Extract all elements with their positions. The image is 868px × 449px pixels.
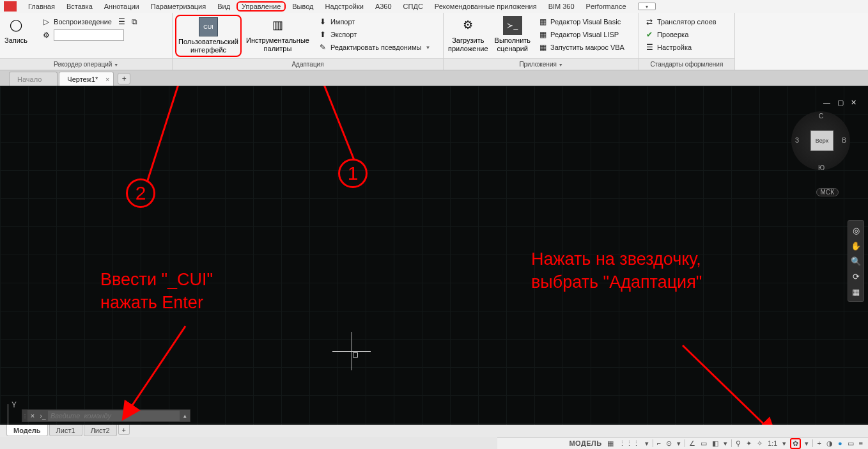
arrow-to-command-line (121, 322, 198, 418)
command-input[interactable] (48, 411, 180, 421)
panel-applications: ⚙ Загрузить приложение ≻_ Выполнить сцен… (444, 13, 639, 70)
status-osnap-icon[interactable]: ∠ (688, 439, 697, 448)
menu-performance[interactable]: Performance (581, 1, 632, 12)
menu-spds[interactable]: СПДС (398, 1, 428, 12)
nav-zoom-icon[interactable]: 🔍 (850, 255, 862, 267)
ribbon-state-dropdown[interactable]: ▾ (638, 3, 656, 10)
menu-recommended[interactable]: Рекомендованные приложения (430, 1, 542, 12)
nav-pan-icon[interactable]: ✋ (850, 240, 862, 251)
menu-insert[interactable]: Вставка (61, 1, 98, 12)
configure-standards-button[interactable]: ☰ Настройка (642, 42, 719, 53)
panel-title-applications[interactable]: Приложения ▼ (444, 58, 639, 70)
status-polar-icon[interactable]: ⊙ (665, 439, 673, 448)
close-tab-icon[interactable]: × (105, 75, 109, 83)
macro-name-input[interactable] (54, 29, 124, 41)
run-script-icon: ≻_ (503, 16, 522, 35)
load-app-button[interactable]: ⚙ Загрузить приложение (446, 15, 490, 54)
rec-options-icon[interactable]: ☰ (117, 17, 127, 27)
add-layout-button[interactable]: + (118, 425, 130, 435)
menu-output[interactable]: Вывод (287, 1, 318, 12)
play-button[interactable]: ▷ Воспроизведение ☰ ⧉ (38, 16, 143, 28)
cmd-close-icon[interactable]: × (27, 412, 38, 420)
ucs-tag[interactable]: МСК (816, 188, 839, 196)
status-grid-icon[interactable]: ▦ (606, 439, 615, 448)
viewcube-north[interactable]: С (819, 113, 823, 120)
status-dropdown-1[interactable]: ▾ (644, 439, 650, 448)
menu-a360[interactable]: A360 (370, 1, 397, 12)
cmd-recent-dropdown[interactable]: ▴ (180, 413, 190, 419)
menu-bim360[interactable]: BIM 360 (543, 1, 580, 12)
viewcube-east[interactable]: В (842, 137, 846, 144)
viewcube-west[interactable]: З (795, 137, 799, 144)
import-button[interactable]: ⬇ Импорт (315, 16, 433, 28)
status-cleanscreen-icon[interactable]: ● (837, 439, 844, 447)
vlisp-editor-button[interactable]: ▦ Редактор Visual LISP (535, 29, 627, 40)
new-tab-button[interactable]: + (118, 73, 130, 84)
status-customize-gear[interactable]: ✿ (790, 438, 801, 449)
record-button[interactable]: ◯ Запись (3, 15, 29, 46)
drawing-canvas[interactable]: — ▢ ✕ Верх С Ю З В МСК ◎ ✋ 🔍 ⟳ ▦ Y ⋮ × ›… (0, 86, 868, 425)
rec-prefs-icon[interactable]: ⚙ (41, 30, 51, 40)
command-line[interactable]: ⋮ × ›_ ▴ (22, 409, 190, 422)
menu-home[interactable]: Главная (23, 1, 60, 12)
viewcube[interactable]: Верх С Ю З В (791, 111, 850, 170)
status-snap-icon[interactable]: ⋮⋮⋮ (617, 439, 641, 448)
status-dropdown-2[interactable]: ▾ (676, 439, 682, 448)
nav-showmotion-icon[interactable]: ▦ (850, 286, 862, 297)
run-macro-button[interactable]: ▦ Запустить макрос VBA (535, 42, 627, 53)
layout-tab-model[interactable]: Модель (6, 425, 48, 436)
cmd-history-icon[interactable]: ›_ (38, 413, 48, 420)
check-standards-button[interactable]: ✔ Проверка (642, 29, 719, 40)
menu-view[interactable]: Вид (212, 1, 235, 12)
status-annoscale-label[interactable]: 1:1 (766, 439, 779, 447)
vba-editor-button[interactable]: ▦ Редактор Visual Basic (535, 16, 627, 28)
run-script-button[interactable]: ≻_ Выполнить сценарий (493, 15, 532, 54)
ucs-y-label: Y (12, 400, 17, 409)
viewcube-face[interactable]: Верх (810, 130, 833, 151)
status-transparency-icon[interactable]: ◧ (711, 439, 720, 448)
status-hardware-icon[interactable]: ◑ (825, 439, 834, 448)
nav-wheel-icon[interactable]: ◎ (850, 224, 862, 236)
status-cycling-icon[interactable]: ⚲ (734, 439, 742, 448)
status-ortho-icon[interactable]: ⌐ (656, 439, 662, 447)
rec-tree-icon[interactable]: ⧉ (130, 17, 140, 27)
arrow-to-gear (678, 342, 786, 425)
tab-drawing1[interactable]: Чертеж1* × (59, 72, 114, 86)
menu-parametric[interactable]: Параметризация (146, 1, 211, 12)
palettes-icon: ▥ (268, 16, 287, 35)
panel-customize: CUI Пользовательский интерфейс ▥ Инструм… (173, 13, 444, 70)
tool-palettes-button[interactable]: ▥ Инструментальные палитры (244, 15, 311, 54)
status-lineweight-icon[interactable]: ▭ (699, 439, 708, 448)
menu-annotate[interactable]: Аннотации (99, 1, 144, 12)
status-fullscreen-icon[interactable]: ▭ (846, 439, 855, 448)
viewport-window-controls[interactable]: — ▢ ✕ (823, 98, 859, 107)
status-menu-icon[interactable]: ≡ (858, 439, 864, 447)
menu-addins[interactable]: Надстройки (320, 1, 369, 12)
record-icon: ◯ (6, 16, 26, 35)
status-scale-dropdown[interactable]: ▾ (781, 439, 787, 448)
panel-title-customize[interactable]: Адаптация (173, 58, 443, 70)
cui-button[interactable]: CUI Пользовательский интерфейс (175, 15, 242, 57)
layout-tab-sheet2[interactable]: Лист2 (84, 425, 117, 436)
tab-start[interactable]: Начало (9, 72, 58, 86)
menu-manage[interactable]: Управление (236, 1, 286, 12)
run-label2: сценарий (497, 45, 528, 53)
status-model-toggle[interactable]: МОДЕЛЬ (568, 439, 603, 447)
status-dropdown-4[interactable]: ▾ (803, 439, 810, 448)
cmd-grip[interactable]: ⋮ (22, 410, 27, 421)
layer-translator-button[interactable]: ⇄ Транслятор слоев (642, 16, 719, 28)
arrow-to-manage-tab (286, 86, 376, 169)
nav-orbit-icon[interactable]: ⟳ (850, 271, 862, 282)
export-button[interactable]: ⬆ Экспорт (315, 29, 433, 40)
edit-aliases-button[interactable]: ✎ Редактировать псевдонимы ▼ (315, 42, 433, 53)
status-3dosnap-icon[interactable]: ✦ (745, 439, 753, 448)
layout-tab-sheet1[interactable]: Лист1 (49, 425, 82, 436)
play-label: Воспроизведение (54, 18, 112, 26)
panel-title-standards[interactable]: Стандарты оформления (639, 58, 734, 70)
status-isolate-icon[interactable]: + (816, 439, 822, 447)
panel-title-recorder[interactable]: Рекордер операций ▼ (0, 58, 172, 70)
import-label: Импорт (330, 18, 355, 26)
status-dropdown-3[interactable]: ▾ (722, 439, 729, 448)
status-dynucs-icon[interactable]: ✧ (756, 439, 764, 448)
viewcube-south[interactable]: Ю (818, 164, 825, 171)
